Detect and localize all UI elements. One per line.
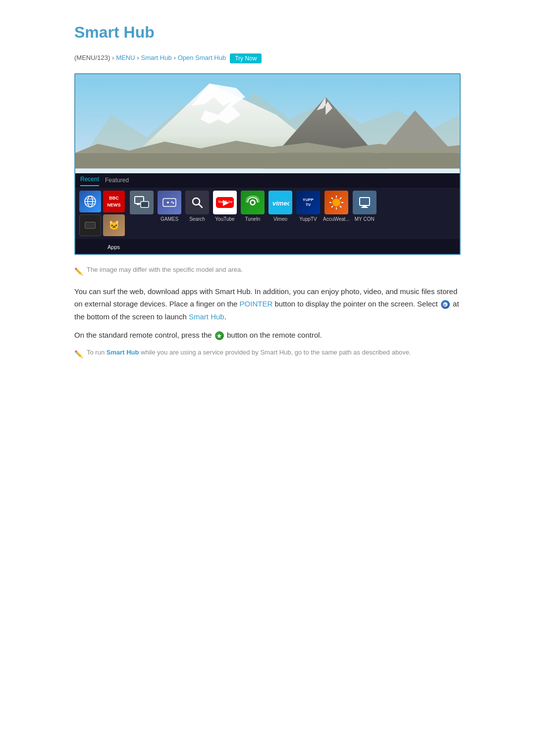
breadcrumb-chevron-3: › (174, 53, 176, 63)
app-vimeo-label: Vimeo (273, 215, 287, 223)
app-vimeo[interactable]: vimeo Vimeo (268, 191, 293, 223)
app-youtube[interactable]: You Tube YouTube (212, 191, 238, 223)
recent-icons: BBCNEWS 🐱 (79, 191, 125, 236)
app-multiscreen[interactable] (129, 191, 155, 215)
recent-black-icon[interactable] (79, 214, 101, 236)
svg-text:vimeo: vimeo (272, 200, 289, 207)
app-tunein[interactable]: TuneIn (240, 191, 266, 223)
smart-hub-screenshot: Recent Featured BBCNEWS (74, 73, 461, 255)
body-text-2b: button on the remote control. (225, 331, 322, 339)
pencil-icon-1: ✏️ (74, 266, 83, 277)
app-yupptv-label: YuppTV (299, 215, 317, 223)
body-text-2a: On the standard remote control, press th… (74, 331, 214, 339)
page-container: Smart Hub (MENU/123) › MENU › Smart Hub … (45, 0, 490, 387)
body-text-1b: button to display the pointer on the scr… (272, 300, 440, 308)
smart-hub-link-2[interactable]: Smart Hub (107, 349, 139, 356)
svg-line-39 (340, 198, 341, 199)
svg-rect-42 (363, 205, 367, 207)
breadcrumb-menu[interactable]: MENU (116, 53, 135, 63)
app-mycon[interactable]: MY CON (352, 191, 377, 223)
svg-line-40 (331, 206, 333, 207)
pointer-link[interactable]: POINTER (240, 300, 273, 308)
smart-hub-circle-icon: S (441, 300, 450, 309)
svg-line-37 (331, 198, 333, 199)
app-yupptv[interactable]: YUPPTV YuppTV (295, 191, 321, 223)
app-accuweather[interactable]: AccuWeat... (323, 191, 350, 223)
breadcrumb-chevron-2: › (137, 53, 139, 63)
svg-rect-7 (75, 153, 460, 169)
svg-rect-43 (361, 207, 368, 208)
breadcrumb: (MENU/123) › MENU › Smart Hub › Open Sma… (74, 53, 461, 63)
svg-rect-15 (141, 202, 149, 207)
breadcrumb-menu-ref: (MENU/123) (74, 53, 110, 63)
apps-row: BBCNEWS 🐱 (75, 188, 460, 239)
note-text-2: To run Smart Hub while you are using a s… (87, 348, 411, 358)
breadcrumb-chevron-1: › (112, 53, 114, 63)
app-games[interactable]: GAMES (157, 191, 182, 223)
app-accuweather-label: AccuWeat... (323, 215, 350, 223)
svg-point-21 (171, 202, 173, 203)
remote-icon (215, 331, 224, 340)
svg-point-32 (332, 199, 340, 206)
svg-point-30 (251, 201, 254, 204)
svg-text:Tube: Tube (225, 200, 233, 203)
note-text-1: The image may differ with the specific m… (87, 265, 243, 275)
svg-rect-41 (360, 198, 370, 205)
note2-suffix: while you are using a service provided b… (139, 349, 411, 356)
body-text-1d: . (224, 312, 226, 321)
mountain-svg (75, 74, 460, 173)
note2-prefix: To run (87, 349, 107, 356)
note-row-2: ✏️ To run Smart Hub while you are using … (74, 348, 461, 359)
breadcrumb-smart-hub[interactable]: Smart Hub (141, 53, 172, 63)
tab-featured[interactable]: Featured (105, 176, 129, 185)
recent-cat-icon[interactable]: 🐱 (103, 214, 125, 236)
tab-recent[interactable]: Recent (80, 175, 99, 186)
recent-bbc-icon[interactable]: BBCNEWS (103, 191, 125, 212)
app-tunein-label: TuneIn (245, 215, 261, 223)
recent-globe-icon[interactable] (79, 191, 101, 212)
page-title: Smart Hub (74, 20, 461, 45)
app-search-label: Search (189, 215, 205, 223)
smart-hub-link[interactable]: Smart Hub (189, 312, 224, 321)
app-youtube-label: YouTube (215, 215, 234, 223)
svg-line-24 (199, 204, 203, 208)
note-row-1: ✏️ The image may differ with the specifi… (74, 265, 461, 277)
app-games-label: GAMES (160, 215, 178, 223)
app-mycon-label: MY CON (355, 215, 374, 223)
hub-tabs-row: Recent Featured (75, 173, 460, 188)
svg-point-22 (173, 202, 174, 204)
svg-text:You: You (218, 200, 224, 203)
pencil-icon-2: ✏️ (74, 349, 83, 359)
apps-section-label: Apps (107, 244, 120, 250)
body-paragraph-1: You can surf the web, download apps with… (74, 285, 461, 323)
svg-text:S: S (444, 303, 446, 306)
app-search[interactable]: Search (184, 191, 210, 223)
apps-label-bar: Apps (75, 239, 460, 254)
body-paragraph-2: On the standard remote control, press th… (74, 329, 461, 342)
svg-line-38 (340, 206, 341, 207)
breadcrumb-open-smart-hub[interactable]: Open Smart Hub (178, 53, 226, 63)
try-now-button[interactable]: Try Now (230, 53, 262, 63)
